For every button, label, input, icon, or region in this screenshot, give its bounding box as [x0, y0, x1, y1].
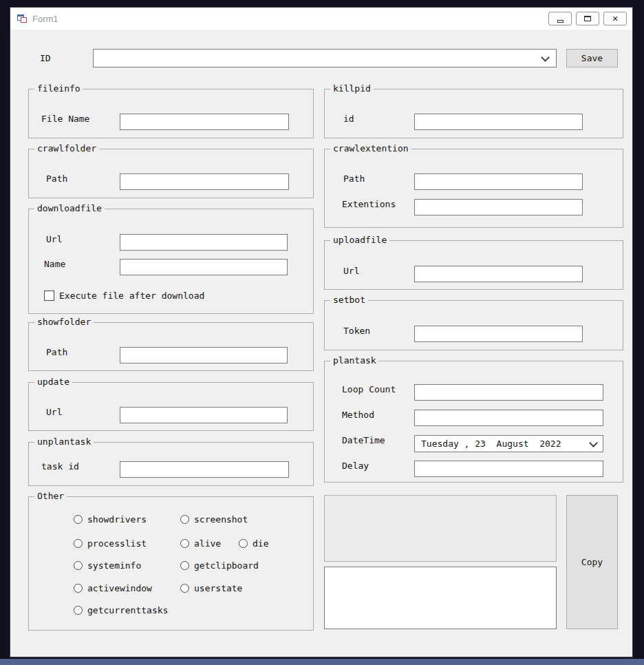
radio-die[interactable]: die — [239, 538, 268, 549]
showfolder-path-label: Path — [46, 347, 67, 363]
group-fileinfo: fileinfo File Name — [28, 89, 314, 138]
minimize-icon — [557, 20, 564, 23]
save-button[interactable]: Save — [566, 49, 618, 67]
radio-alive-label: alive — [194, 538, 221, 549]
execute-after-download-label: Execute file after download — [59, 291, 204, 301]
crawlfolder-path-label: Path — [46, 173, 67, 190]
app-icon-titlebar — [17, 14, 24, 17]
downloadfile-url-label: Url — [46, 234, 62, 251]
radio-icon — [180, 561, 189, 570]
checkbox-icon — [44, 291, 54, 301]
group-killpid-title: killpid — [330, 83, 374, 94]
radio-getclipboard-label: getclipboard — [194, 560, 259, 571]
form-client-area: ID Save fileinfo File Name crawlfolder P… — [10, 30, 632, 657]
chevron-down-icon — [541, 53, 550, 62]
radio-showdrivers[interactable]: showdrivers — [74, 514, 147, 525]
form-window: Form1 ✕ ID Save fileinfo File Name — [10, 7, 633, 657]
radio-icon — [180, 584, 189, 593]
id-label: ID — [40, 49, 51, 67]
plantask-method-input[interactable] — [414, 410, 603, 426]
titlebar[interactable]: Form1 ✕ — [10, 8, 632, 30]
radio-userstate[interactable]: userstate — [180, 582, 242, 593]
datetime-picker-value: Tuesday , 23 August 2022 — [421, 439, 586, 449]
group-crawlfolder: crawlfolder Path — [28, 149, 314, 198]
group-other: Other showdrivers screenshot processlist… — [28, 496, 314, 631]
crawlextention-path-label: Path — [343, 173, 365, 190]
maximize-icon — [584, 16, 591, 21]
radio-alive[interactable]: alive — [180, 538, 221, 549]
radio-icon — [180, 515, 189, 524]
unplantask-taskid-label: task id — [41, 461, 79, 478]
app-icon — [17, 14, 28, 23]
group-setbot-title: setbot — [330, 295, 368, 305]
group-setbot: setbot Token — [324, 300, 623, 350]
radio-processlist-label: processlist — [87, 538, 147, 549]
radio-processlist[interactable]: processlist — [74, 538, 147, 549]
file-name-input[interactable] — [120, 114, 289, 130]
group-downloadfile: downloadfile Url Name Execute file after… — [28, 209, 314, 314]
setbot-token-label: Token — [343, 326, 370, 342]
maximize-button[interactable] — [576, 12, 599, 25]
radio-icon — [74, 515, 83, 524]
radio-icon — [74, 584, 83, 593]
uploadfile-url-input[interactable] — [414, 266, 583, 282]
showfolder-path-input[interactable] — [120, 347, 288, 363]
radio-icon — [74, 606, 83, 615]
group-crawlfolder-title: crawlfolder — [34, 143, 99, 154]
unplantask-taskid-input[interactable] — [120, 461, 289, 478]
copy-button[interactable]: Copy — [566, 495, 618, 629]
radio-systeminfo[interactable]: systeminfo — [74, 560, 141, 571]
close-button[interactable]: ✕ — [603, 12, 627, 25]
radio-screenshot[interactable]: screenshot — [180, 514, 248, 525]
file-name-label: File Name — [41, 114, 89, 130]
group-uploadfile: uploadfile Url — [324, 240, 623, 290]
radio-die-label: die — [253, 538, 268, 549]
plantask-delay-label: Delay — [342, 461, 369, 477]
app-icon-front-window — [21, 17, 27, 23]
group-unplantask: unplantask task id — [28, 442, 314, 486]
setbot-token-input[interactable] — [414, 326, 583, 342]
group-update: update Url — [28, 382, 314, 431]
execute-after-download-checkbox[interactable]: Execute file after download — [44, 290, 204, 301]
group-update-title: update — [34, 377, 72, 387]
crawlfolder-path-input[interactable] — [120, 173, 289, 190]
window-controls: ✕ — [548, 12, 627, 25]
chevron-down-icon — [589, 439, 598, 447]
radio-activewindow-label: activewindow — [87, 583, 152, 593]
group-plantask: plantask Loop Count Method DateTime Tues… — [324, 361, 623, 483]
plantask-loopcount-input[interactable] — [414, 384, 603, 401]
group-crawlextention: crawlextention Path Extentions — [324, 149, 623, 228]
downloadfile-url-input[interactable] — [120, 234, 288, 251]
plantask-datetime-label: DateTime — [342, 435, 385, 452]
plantask-loopcount-label: Loop Count — [342, 384, 396, 401]
downloadfile-name-input[interactable] — [120, 259, 288, 275]
desktop-bottom-strip — [0, 659, 644, 665]
radio-getclipboard[interactable]: getclipboard — [180, 560, 259, 571]
radio-getcurrenttasks-label: getcurrenttasks — [87, 605, 168, 615]
radio-getcurrenttasks[interactable]: getcurrenttasks — [74, 604, 168, 615]
id-combobox[interactable] — [93, 49, 557, 67]
status-output-box — [324, 495, 557, 562]
crawlextention-extentions-label: Extentions — [342, 199, 396, 215]
radio-userstate-label: userstate — [194, 583, 242, 593]
crawlextention-extentions-input[interactable] — [414, 199, 583, 215]
group-showfolder-title: showfolder — [34, 317, 94, 327]
plantask-delay-input[interactable] — [414, 461, 603, 477]
radio-screenshot-label: screenshot — [194, 514, 248, 525]
group-unplantask-title: unplantask — [34, 436, 94, 447]
downloadfile-name-label: Name — [44, 259, 65, 275]
group-downloadfile-title: downloadfile — [34, 203, 105, 213]
group-showfolder: showfolder Path — [28, 322, 314, 371]
group-fileinfo-title: fileinfo — [34, 83, 83, 94]
datetime-picker[interactable]: Tuesday , 23 August 2022 — [414, 435, 603, 452]
group-plantask-title: plantask — [330, 355, 379, 366]
crawlextention-path-input[interactable] — [414, 173, 583, 190]
plantask-method-label: Method — [342, 410, 374, 426]
minimize-button[interactable] — [548, 12, 572, 25]
radio-activewindow[interactable]: activewindow — [74, 582, 152, 593]
update-url-input[interactable] — [120, 407, 288, 423]
result-output-box[interactable] — [324, 567, 557, 629]
killpid-id-input[interactable] — [414, 114, 583, 130]
group-crawlextention-title: crawlextention — [330, 143, 411, 154]
radio-icon — [180, 539, 189, 548]
